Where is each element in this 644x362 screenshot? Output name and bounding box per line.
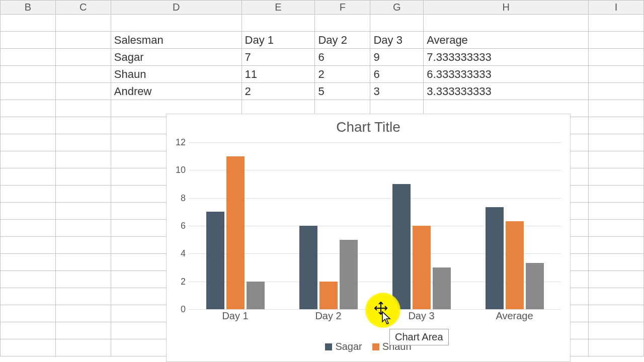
cell[interactable] <box>589 288 644 305</box>
bar-group[interactable] <box>485 207 545 309</box>
bar-group[interactable] <box>205 156 266 309</box>
cell[interactable] <box>589 134 644 151</box>
cell[interactable] <box>589 220 644 237</box>
cell[interactable] <box>1 271 56 288</box>
bar[interactable] <box>433 267 451 309</box>
cell[interactable] <box>55 117 111 134</box>
cell[interactable] <box>1 117 56 134</box>
cell[interactable] <box>1 288 56 305</box>
bar[interactable] <box>506 221 524 309</box>
cell[interactable] <box>55 168 111 186</box>
col-header-C[interactable]: C <box>55 1 111 15</box>
cell[interactable] <box>589 15 644 32</box>
cell-value[interactable]: 9 <box>370 49 424 66</box>
cell[interactable] <box>370 15 424 32</box>
column-header-row[interactable]: B C D E F G H I <box>1 1 644 15</box>
bar[interactable] <box>247 282 265 309</box>
bar[interactable] <box>340 240 358 309</box>
col-header-D[interactable]: D <box>111 1 242 15</box>
bar-group[interactable] <box>391 184 452 309</box>
cell[interactable] <box>55 83 111 100</box>
cell-value[interactable]: 6 <box>370 66 424 83</box>
bar[interactable] <box>299 226 317 309</box>
cell-header-day3[interactable]: Day 3 <box>370 32 424 49</box>
cell[interactable] <box>1 322 56 339</box>
bar[interactable] <box>226 156 245 309</box>
col-header-H[interactable]: H <box>424 1 589 15</box>
cell[interactable] <box>1 237 56 254</box>
cell[interactable] <box>55 254 111 271</box>
cell[interactable] <box>1 305 56 322</box>
cell[interactable] <box>589 237 644 254</box>
cell[interactable] <box>55 288 111 305</box>
cell-header-salesman[interactable]: Salesman <box>111 32 242 49</box>
cell[interactable] <box>1 49 56 66</box>
col-header-I[interactable]: I <box>589 1 644 15</box>
chart-legend[interactable]: SagarShaun <box>167 341 570 352</box>
cell[interactable] <box>589 322 644 339</box>
col-header-G[interactable]: G <box>370 1 424 15</box>
bar[interactable] <box>486 207 504 309</box>
cell[interactable] <box>1 203 56 220</box>
bar[interactable] <box>413 226 431 309</box>
cell[interactable] <box>1 32 56 49</box>
cell-value[interactable]: 6.333333333 <box>424 66 589 83</box>
cell[interactable] <box>55 66 111 83</box>
cell[interactable] <box>1 339 56 356</box>
cell[interactable] <box>55 49 111 66</box>
cell[interactable] <box>424 15 589 32</box>
cell[interactable] <box>315 15 370 32</box>
chart-area[interactable]: Chart Title 024681012 SagarShaun Day 1Da… <box>166 114 571 362</box>
cell-value[interactable]: 11 <box>242 66 315 83</box>
col-header-F[interactable]: F <box>315 1 370 15</box>
cell[interactable] <box>1 100 56 117</box>
cell[interactable] <box>589 100 644 117</box>
cell[interactable] <box>589 271 644 288</box>
col-header-E[interactable]: E <box>242 1 315 15</box>
cell[interactable] <box>55 100 111 117</box>
cell[interactable] <box>55 151 111 168</box>
cell[interactable] <box>1 186 56 203</box>
cell[interactable] <box>589 305 644 322</box>
cell-header-day1[interactable]: Day 1 <box>242 32 315 49</box>
bar[interactable] <box>526 263 544 309</box>
cell-header-average[interactable]: Average <box>424 32 589 49</box>
cell[interactable] <box>55 220 111 237</box>
cell[interactable] <box>589 83 644 100</box>
cell[interactable] <box>1 220 56 237</box>
cell[interactable] <box>55 186 111 203</box>
cell-name[interactable]: Shaun <box>111 66 242 83</box>
cell-value[interactable]: 7 <box>242 49 315 66</box>
col-header-B[interactable]: B <box>1 1 56 15</box>
cell-name[interactable]: Sagar <box>111 49 242 66</box>
cell[interactable] <box>589 254 644 271</box>
cell[interactable] <box>1 254 56 271</box>
cell[interactable] <box>1 15 56 32</box>
cell[interactable] <box>589 168 644 186</box>
cell[interactable] <box>55 32 111 49</box>
cell[interactable] <box>589 186 644 203</box>
bar[interactable] <box>206 212 224 309</box>
cell-name[interactable]: Andrew <box>111 83 242 100</box>
cell[interactable] <box>1 66 56 83</box>
bar[interactable] <box>392 184 411 309</box>
cell-value[interactable]: 7.333333333 <box>424 49 589 66</box>
cell[interactable] <box>1 168 56 186</box>
cell[interactable] <box>589 66 644 83</box>
cell-value[interactable]: 3.333333333 <box>424 83 589 100</box>
cell[interactable] <box>55 237 111 254</box>
cell-value[interactable]: 2 <box>315 66 370 83</box>
cell-value[interactable]: 2 <box>242 83 315 100</box>
bar[interactable] <box>319 282 338 309</box>
cell[interactable] <box>55 305 111 322</box>
cell[interactable] <box>55 322 111 339</box>
cell-value[interactable]: 3 <box>370 83 424 100</box>
legend-item[interactable]: Sagar <box>325 341 362 352</box>
cell[interactable] <box>55 271 111 288</box>
cell[interactable] <box>55 339 111 356</box>
plot-area[interactable]: 024681012 <box>189 142 561 309</box>
chart-title[interactable]: Chart Title <box>167 119 570 135</box>
cell[interactable] <box>589 203 644 220</box>
cell[interactable] <box>1 151 56 168</box>
cell[interactable] <box>589 339 644 356</box>
